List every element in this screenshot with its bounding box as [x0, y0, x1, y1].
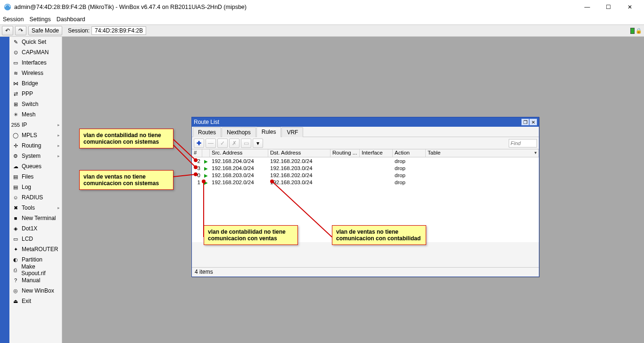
submenu-arrow-icon: ▸: [58, 133, 60, 138]
col-dst[interactable]: Dst. Address: [268, 149, 330, 157]
tab-vrf[interactable]: VRF: [281, 127, 303, 137]
sidebar-item-dot1x[interactable]: ◈Dot1X: [9, 223, 62, 234]
sidebar-item-label: Interfaces: [22, 59, 47, 66]
filter-button[interactable]: ▾: [253, 139, 263, 148]
sidebar-icon: ✢: [12, 142, 19, 149]
annotation-3: vlan de contabilidad no tiene comunicaci…: [204, 225, 298, 245]
table-row[interactable]: 1▶192.168.202.0/24192.168.203.0/24drop: [192, 179, 539, 186]
sidebar-icon: ⎙: [12, 267, 18, 273]
maximize-button[interactable]: ☐: [598, 0, 619, 14]
sidebar-icon: ■: [12, 215, 19, 221]
route-list-window: Route List ❐ ✕ RoutesNexthopsRulesVRF ✚ …: [191, 117, 539, 277]
sidebar-item-make-supout-rif[interactable]: ⎙Make Supout.rif: [9, 265, 62, 275]
add-button[interactable]: ✚: [194, 139, 204, 148]
sidebar-item-new-terminal[interactable]: ■New Terminal: [9, 213, 62, 223]
sidebar-icon: ◈: [12, 225, 19, 232]
sidebar-item-label: Wireless: [22, 70, 43, 76]
sidebar-icon: ◐: [12, 256, 19, 263]
route-list-status: 4 items: [192, 267, 539, 277]
sidebar-item-label: Make Supout.rif: [21, 263, 59, 277]
lock-icon: 🔒: [636, 28, 642, 34]
close-button[interactable]: ✕: [619, 0, 640, 14]
sidebar-item-interfaces[interactable]: ▭Interfaces: [9, 57, 62, 68]
sidebar-item-log[interactable]: ▤Log: [9, 182, 62, 192]
sidebar-item-queues[interactable]: ☁Queues: [9, 161, 62, 172]
disable-button[interactable]: ✗: [229, 139, 239, 148]
submenu-arrow-icon: ▸: [58, 122, 60, 127]
undo-button[interactable]: ↶: [2, 26, 13, 35]
col-table[interactable]: Table▼: [426, 149, 539, 157]
sidebar-icon: ✖: [12, 204, 19, 211]
col-routing[interactable]: Routing ...: [330, 149, 360, 157]
sidebar-icon: ☺: [12, 194, 19, 201]
submenu-arrow-icon: ▸: [58, 143, 60, 148]
sidebar-icon: ⊙: [12, 49, 19, 56]
table-header: # Src. Address Dst. Address Routing ... …: [192, 149, 539, 157]
window-titlebar: admin@74:4D:28:B9:F4:2B (MikroTik) - Win…: [0, 0, 644, 14]
enable-button[interactable]: ✓: [217, 139, 228, 148]
annotation-1: vlan de contabilidad no tiene comunicaci…: [79, 129, 173, 148]
sidebar-item-label: Mesh: [22, 111, 35, 118]
comment-button[interactable]: ▭: [241, 139, 251, 148]
sidebar-item-label: Queues: [22, 163, 41, 170]
sidebar-item-ip[interactable]: 255IP▸: [9, 120, 62, 130]
sidebar-item-lcd[interactable]: ▭LCD: [9, 234, 62, 244]
sidebar-icon: ☁: [12, 163, 19, 170]
sidebar-item-mpls[interactable]: ◯MPLS▸: [9, 130, 62, 140]
sidebar-item-radius[interactable]: ☺RADIUS: [9, 192, 62, 203]
sidebar-item-label: System: [22, 153, 41, 159]
sidebar-item-capsman[interactable]: ⊙CAPsMAN: [9, 47, 62, 57]
sidebar-item-exit[interactable]: ⏏Exit: [9, 296, 62, 306]
inwin-restore-button[interactable]: ❐: [521, 119, 529, 125]
sidebar-icon: ⏏: [12, 298, 19, 304]
tab-routes[interactable]: Routes: [193, 127, 221, 137]
sidebar-item-label: Log: [22, 184, 31, 190]
sidebar-item-label: Quick Set: [22, 39, 46, 45]
inwin-close-button[interactable]: ✕: [529, 119, 537, 125]
menu-dashboard[interactable]: Dashboard: [57, 16, 85, 23]
route-list-titlebar[interactable]: Route List ❐ ✕: [192, 117, 539, 127]
sidebar-icon: ?: [12, 277, 19, 284]
sidebar-item-routing[interactable]: ✢Routing▸: [9, 140, 62, 151]
sidebar-item-quick-set[interactable]: ✎Quick Set: [9, 37, 62, 47]
find-input[interactable]: [509, 139, 537, 147]
play-icon: ▶: [204, 159, 209, 164]
sidebar-item-system[interactable]: ⚙System▸: [9, 151, 62, 161]
play-icon: ▶: [204, 173, 209, 178]
table-row[interactable]: 0▶192.168.203.0/24192.168.202.0/24drop: [192, 172, 539, 179]
col-flag[interactable]: [202, 149, 210, 157]
menu-session[interactable]: Session: [3, 16, 24, 23]
sidebar-item-tools[interactable]: ✖Tools▸: [9, 203, 62, 213]
table-row[interactable]: 2▶192.168.204.0/24192.168.202.0/24drop: [192, 157, 539, 164]
sidebar-item-new-winbox[interactable]: ◎New WinBox: [9, 286, 62, 296]
table-row[interactable]: 3▶192.168.204.0/24192.168.203.0/24drop: [192, 164, 539, 172]
sidebar-item-manual[interactable]: ?Manual: [9, 275, 62, 286]
sidebar-icon: ▤: [12, 184, 19, 190]
sidebar-item-bridge[interactable]: ⋈Bridge: [9, 78, 62, 89]
sidebar-item-ppp[interactable]: ⇄PPP: [9, 89, 62, 99]
session-label: Session:: [68, 27, 90, 34]
col-src[interactable]: Src. Address: [210, 149, 268, 157]
tab-nexthops[interactable]: Nexthops: [222, 127, 256, 137]
sidebar-icon: ⊞: [12, 101, 19, 107]
sidebar-item-files[interactable]: ▤Files: [9, 172, 62, 182]
sidebar-item-wireless[interactable]: ≋Wireless: [9, 68, 62, 78]
col-idx[interactable]: #: [192, 149, 202, 157]
minimize-button[interactable]: —: [577, 0, 598, 14]
redo-button[interactable]: ↷: [15, 26, 26, 35]
sidebar-item-mesh[interactable]: ✳Mesh: [9, 109, 62, 120]
col-interface[interactable]: Interface: [360, 149, 393, 157]
sidebar-item-label: Partition: [22, 256, 42, 263]
sidebar-item-metarouter[interactable]: ✦MetaROUTER: [9, 244, 62, 254]
col-action[interactable]: Action: [393, 149, 426, 157]
sidebar-item-switch[interactable]: ⊞Switch: [9, 99, 62, 109]
chevron-down-icon[interactable]: ▼: [534, 151, 537, 155]
remove-button[interactable]: —: [206, 139, 216, 148]
play-icon: ▶: [204, 180, 209, 185]
sidebar-item-label: Bridge: [22, 80, 38, 87]
tab-rules[interactable]: Rules: [256, 127, 281, 137]
sidebar-item-label: RADIUS: [22, 194, 43, 201]
menu-settings[interactable]: Settings: [29, 16, 50, 23]
safe-mode-button[interactable]: Safe Mode: [28, 26, 62, 35]
sidebar-icon: ⋈: [12, 80, 19, 87]
